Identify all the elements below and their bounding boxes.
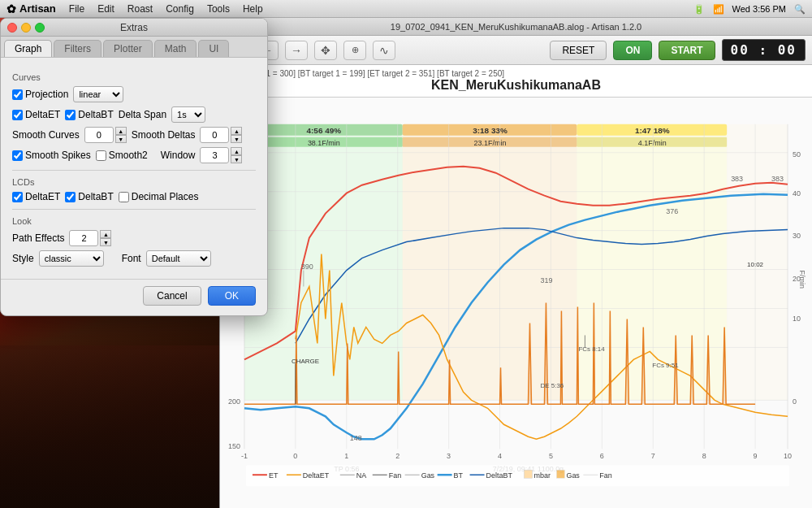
tab-plotter[interactable]: Plotter — [103, 40, 153, 57]
dialog-tab-bar: Graph Filters Plotter Math UI — [1, 37, 267, 58]
roast-title: KEN_MeruKushikumanaAB — [228, 78, 804, 93]
smooth-spikes-label[interactable]: Smooth Spikes — [12, 150, 91, 161]
pan-button[interactable]: ✥ — [314, 41, 337, 60]
targets-info: [ET target 1 = 300] [BT target 1 = 199] … — [228, 69, 804, 78]
menubar-right: 🔋 📶 Wed 3:56 PM 🔍 — [693, 0, 806, 18]
svg-text:FCs 9:51: FCs 9:51 — [652, 362, 679, 369]
path-effects-label: Path Effects — [12, 232, 64, 244]
dialog-minimize-button[interactable] — [21, 23, 31, 33]
svg-text:DE 5:36: DE 5:36 — [540, 382, 564, 389]
start-button[interactable]: START — [659, 41, 715, 60]
delta-span-select[interactable]: 1s 2s 5s — [171, 106, 205, 123]
svg-text:0: 0 — [293, 452, 297, 460]
tab-graph[interactable]: Graph — [4, 40, 52, 57]
smooth-deltas-input[interactable] — [200, 127, 229, 143]
svg-text:38.1F/min: 38.1F/min — [308, 139, 340, 147]
clock-time: Wed 3:56 PM — [732, 4, 786, 14]
smooth2-checkbox[interactable] — [96, 150, 106, 161]
projection-checkbox[interactable] — [12, 89, 23, 100]
path-effects-down[interactable]: ▼ — [100, 238, 111, 246]
projection-checkbox-label[interactable]: Projection — [12, 89, 68, 100]
divider-1 — [12, 170, 256, 171]
svg-text:Gas: Gas — [421, 471, 435, 480]
search-icon[interactable]: 🔍 — [794, 4, 806, 15]
cancel-button[interactable]: Cancel — [143, 286, 201, 306]
lcds-section-label: LCDs — [12, 177, 256, 187]
window-stepper[interactable]: ▲ ▼ — [231, 147, 242, 163]
menu-roast[interactable]: Roast — [127, 3, 153, 15]
chart-area: 4:56 49% 3:18 33% 1:47 18% 38.1F/min 23.… — [220, 98, 812, 508]
lcds-row: DeltaET DeltaBT Decimal Places — [12, 191, 256, 202]
look-section-label: Look — [12, 216, 256, 226]
tab-filters[interactable]: Filters — [54, 40, 102, 57]
path-effects-row: Path Effects ▲ ▼ — [12, 230, 256, 246]
reset-button[interactable]: RESET — [550, 41, 607, 60]
lcds-decimal-places-label[interactable]: Decimal Places — [119, 191, 199, 202]
svg-text:148: 148 — [350, 434, 362, 442]
window-down[interactable]: ▼ — [231, 155, 242, 163]
menu-config[interactable]: Config — [166, 3, 194, 15]
curve-button[interactable]: ∿ — [373, 41, 395, 60]
lcds-delta-et-label[interactable]: DeltaET — [12, 191, 60, 202]
tab-math[interactable]: Math — [154, 40, 197, 57]
svg-text:BT: BT — [454, 471, 464, 480]
style-label: Style — [12, 253, 34, 264]
svg-text:2: 2 — [395, 452, 400, 460]
svg-text:319: 319 — [540, 276, 552, 284]
svg-rect-90 — [556, 470, 564, 478]
zoom-button[interactable]: ⊕ — [343, 41, 366, 60]
lcds-delta-bt-label[interactable]: DeltaBT — [65, 191, 113, 202]
dialog-content: Curves Projection linear newton DeltaET — [1, 58, 267, 279]
delta-bt-checkbox[interactable] — [65, 110, 76, 120]
svg-text:0: 0 — [793, 397, 797, 406]
delta-et-checkbox-label[interactable]: DeltaET — [12, 109, 60, 120]
path-effects-input[interactable] — [69, 230, 98, 246]
dialog-close-button[interactable] — [7, 23, 17, 33]
smooth-curves-down[interactable]: ▼ — [115, 135, 127, 143]
forward-button[interactable]: → — [285, 41, 308, 60]
tab-ui[interactable]: UI — [198, 40, 229, 57]
smooth2-label[interactable]: Smooth2 — [96, 150, 148, 161]
font-select[interactable]: Default Helvetica — [146, 250, 211, 267]
dialog-overlay: Extras Graph Filters Plotter Math UI Cur… — [0, 18, 276, 473]
menu-edit[interactable]: Edit — [97, 3, 114, 15]
lcds-delta-bt-checkbox[interactable] — [65, 192, 76, 202]
smooth-deltas-label: Smooth Deltas — [132, 129, 196, 141]
spikes-row: Smooth Spikes Smooth2 Window ▲ ▼ — [12, 147, 256, 163]
divider-2 — [12, 209, 256, 210]
lcds-delta-et-checkbox[interactable] — [12, 192, 23, 202]
svg-text:1:47 18%: 1:47 18% — [635, 126, 670, 135]
menu-help[interactable]: Help — [243, 3, 263, 15]
style-select[interactable]: classic dark light — [39, 250, 104, 267]
smooth-deltas-stepper[interactable]: ▲ ▼ — [231, 127, 242, 143]
smooth-deltas-up[interactable]: ▲ — [231, 127, 242, 135]
svg-text:10: 10 — [784, 452, 792, 460]
dialog-footer: Cancel OK — [1, 279, 267, 315]
lcds-decimal-places-checkbox[interactable] — [119, 192, 129, 202]
dialog-maximize-button[interactable] — [35, 23, 45, 33]
svg-text:40: 40 — [793, 189, 801, 198]
delta-et-checkbox[interactable] — [12, 110, 23, 120]
path-effects-up[interactable]: ▲ — [100, 230, 111, 238]
svg-text:4: 4 — [498, 452, 502, 460]
window-up[interactable]: ▲ — [231, 147, 242, 155]
path-effects-stepper[interactable]: ▲ ▼ — [100, 230, 111, 246]
svg-text:3: 3 — [447, 452, 451, 460]
delta-bt-checkbox-label[interactable]: DeltaBT — [65, 109, 113, 120]
svg-text:DeltaET: DeltaET — [303, 471, 330, 480]
projection-mode-select[interactable]: linear newton — [73, 86, 123, 102]
smooth-curves-input[interactable] — [84, 127, 114, 143]
on-button[interactable]: ON — [613, 41, 652, 60]
window-input[interactable] — [200, 147, 229, 163]
smooth-deltas-down[interactable]: ▼ — [231, 135, 242, 143]
menu-tools[interactable]: Tools — [207, 3, 230, 15]
smooth-spikes-checkbox[interactable] — [12, 150, 23, 161]
menu-file[interactable]: File — [69, 3, 84, 15]
font-label: Font — [122, 253, 141, 264]
delta-row: DeltaET DeltaBT Delta Span 1s 2s 5s — [12, 106, 256, 123]
svg-rect-2 — [577, 124, 727, 401]
svg-text:6: 6 — [600, 452, 604, 460]
ok-button[interactable]: OK — [208, 286, 256, 306]
smooth-curves-up[interactable]: ▲ — [115, 127, 127, 135]
smooth-curves-stepper[interactable]: ▲ ▼ — [115, 127, 127, 143]
